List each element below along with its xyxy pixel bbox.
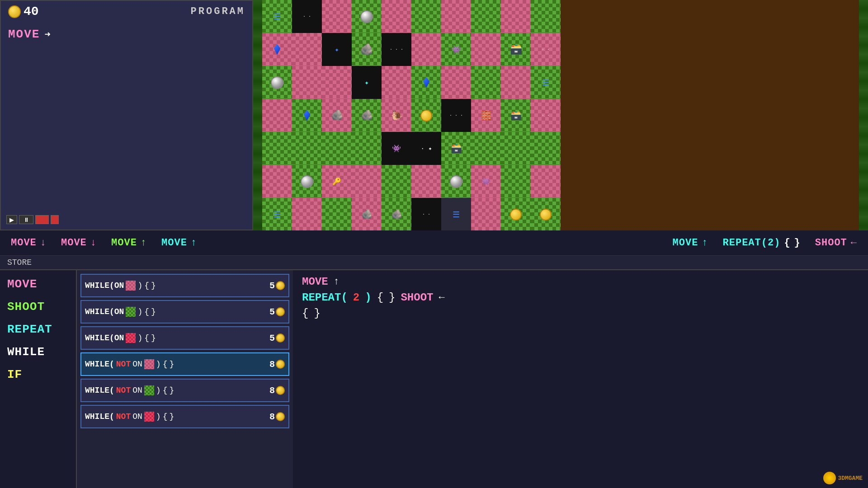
right-num: 2 bbox=[353, 291, 359, 304]
cell-0-1: · · bbox=[292, 0, 322, 33]
program-content: MOVE ➜ bbox=[1, 22, 252, 47]
toolbar-shoot[interactable]: SHOOT ← bbox=[808, 235, 864, 251]
while-ob-4: { bbox=[163, 386, 168, 395]
program-controls: ▶ ⏸ bbox=[6, 215, 59, 224]
toolbar-left-arrow: ← bbox=[851, 237, 857, 249]
while-kw-2: WHILE(ON bbox=[85, 333, 124, 343]
cell-6-8 bbox=[501, 198, 531, 230]
right-open-brace: { bbox=[377, 291, 383, 304]
store-text: STORE bbox=[7, 258, 32, 267]
cell-5-5 bbox=[411, 165, 441, 198]
cell-1-5 bbox=[411, 33, 441, 66]
cell-4-8 bbox=[501, 132, 531, 165]
cell-1-8: 🗃️ bbox=[501, 33, 531, 66]
toolbar-move-down-1[interactable]: MOVE ↓ bbox=[4, 235, 54, 251]
coin-6-8 bbox=[510, 209, 522, 221]
toolbar-move-label-1: MOVE bbox=[11, 237, 37, 249]
while-not-5: NOT bbox=[116, 412, 131, 421]
while-cb-2: } bbox=[151, 333, 156, 343]
cell-2-5 bbox=[411, 66, 441, 99]
cell-1-3: 🪨 bbox=[352, 33, 382, 66]
game-screen: 40 PROGRAM MOVE ➜ ▶ ⏸ bbox=[0, 0, 868, 488]
toolbar-row: MOVE ↓ MOVE ↓ MOVE ↑ MOVE ↑ MOVE ↑ REPEA… bbox=[0, 230, 868, 256]
toolbar-arrow-down-1: ↓ bbox=[40, 237, 47, 249]
while-row-0[interactable]: WHILE(ON ) { } 5 bbox=[80, 274, 289, 297]
rock-1: 🪨 bbox=[360, 43, 373, 56]
while-not-4: NOT bbox=[116, 386, 131, 395]
cost-num-2: 5 bbox=[269, 333, 275, 343]
right-left-arrow: ← bbox=[439, 292, 444, 303]
mirror-5-1 bbox=[301, 175, 313, 188]
watermark-text: 3DMGAME bbox=[838, 475, 863, 482]
cost-0: 5 bbox=[269, 281, 285, 291]
while-paren-2: ) bbox=[137, 333, 142, 343]
top-section: 40 PROGRAM MOVE ➜ ▶ ⏸ bbox=[0, 0, 868, 230]
cell-0-6 bbox=[441, 0, 471, 33]
coin-display: 40 bbox=[8, 5, 39, 19]
cell-5-3 bbox=[352, 165, 382, 198]
cmd-if[interactable]: IF bbox=[0, 364, 76, 385]
while-row-3[interactable]: WHILE( NOT ON ) { } 8 bbox=[80, 352, 289, 376]
while-ob-0: { bbox=[144, 281, 149, 290]
mirror-5-6 bbox=[450, 175, 462, 188]
while-cb-0: } bbox=[151, 281, 156, 290]
cell-2-8 bbox=[501, 66, 531, 99]
pause-button[interactable]: ⏸ bbox=[19, 215, 33, 224]
list-icon-0: ☰ bbox=[274, 12, 281, 22]
cost-5: 8 bbox=[269, 412, 285, 422]
cell-5-0 bbox=[262, 165, 292, 198]
toolbar-move-up[interactable]: MOVE ↑ bbox=[104, 235, 154, 251]
cell-2-2 bbox=[322, 66, 352, 99]
while-cb-3: } bbox=[169, 360, 174, 369]
open-brace-1: { bbox=[784, 237, 790, 249]
diamond-3-1 bbox=[302, 110, 312, 121]
play-button[interactable]: ▶ bbox=[6, 215, 17, 224]
toolbar-up-arrow: ↑ bbox=[702, 237, 708, 249]
cost-num-0: 5 bbox=[269, 281, 275, 291]
toolbar-arrow-up: ↑ bbox=[141, 237, 147, 249]
cmd-repeat[interactable]: REPEAT bbox=[0, 319, 76, 340]
cell-6-4: 🪨 bbox=[382, 198, 411, 230]
cell-5-1 bbox=[292, 165, 322, 198]
cell-5-4 bbox=[382, 165, 411, 198]
while-row-1[interactable]: WHILE(ON ) { } 5 bbox=[80, 300, 289, 324]
toolbar-repeat-2[interactable]: REPEAT(2) { } bbox=[716, 235, 808, 251]
cell-2-9: ☰ bbox=[531, 66, 561, 99]
cell-6-2 bbox=[322, 198, 352, 230]
cell-0-4 bbox=[382, 0, 411, 33]
toolbar-shoot-label: SHOOT bbox=[815, 237, 847, 249]
cmd-move[interactable]: MOVE bbox=[0, 274, 76, 295]
cell-5-9 bbox=[531, 165, 561, 198]
cost-1: 5 bbox=[269, 307, 285, 317]
cmd-while[interactable]: WHILE bbox=[0, 342, 76, 362]
rock-3-2: 🪨 bbox=[331, 109, 343, 122]
tree-border-left bbox=[253, 0, 262, 230]
tile-pink-0 bbox=[126, 281, 136, 291]
toolbar-move-down-2[interactable]: MOVE ↓ bbox=[54, 235, 104, 251]
while-paren-4: ) bbox=[156, 386, 161, 395]
bottom-section: MOVE ↓ MOVE ↓ MOVE ↑ MOVE ↑ MOVE ↑ REPEA… bbox=[0, 230, 868, 488]
cell-5-7: 👾 bbox=[471, 165, 501, 198]
mirror-2 bbox=[271, 76, 283, 89]
while-row-2[interactable]: WHILE(ON ) { } 5 bbox=[80, 326, 289, 350]
tile-mixed-2 bbox=[126, 333, 136, 343]
cost-2: 5 bbox=[269, 333, 285, 343]
cost-num-3: 8 bbox=[269, 359, 275, 370]
cell-4-9 bbox=[531, 132, 561, 165]
progress-bar-2 bbox=[51, 215, 59, 224]
cell-3-9: · · bbox=[531, 99, 561, 132]
right-up-arrow: ↑ bbox=[334, 276, 340, 287]
cell-4-7 bbox=[471, 132, 501, 165]
cost-num-5: 8 bbox=[269, 412, 275, 422]
while-row-4[interactable]: WHILE( NOT ON ) { } 8 bbox=[80, 379, 289, 402]
cmd-shoot[interactable]: SHOOT bbox=[0, 296, 76, 317]
toolbar-move-label-2: MOVE bbox=[61, 237, 87, 249]
while-ob-3: { bbox=[163, 360, 168, 369]
coin-icon bbox=[8, 5, 21, 18]
while-row-5[interactable]: WHILE( NOT ON ) { } 8 bbox=[80, 405, 289, 428]
while-paren-0: ) bbox=[137, 281, 142, 290]
tile-pink-3 bbox=[144, 359, 154, 369]
list-icon-6-0: ☰ bbox=[274, 210, 281, 220]
toolbar-repeat[interactable]: MOVE ↑ bbox=[154, 235, 204, 251]
toolbar-move-arrow-right[interactable]: MOVE ↑ bbox=[665, 235, 716, 251]
